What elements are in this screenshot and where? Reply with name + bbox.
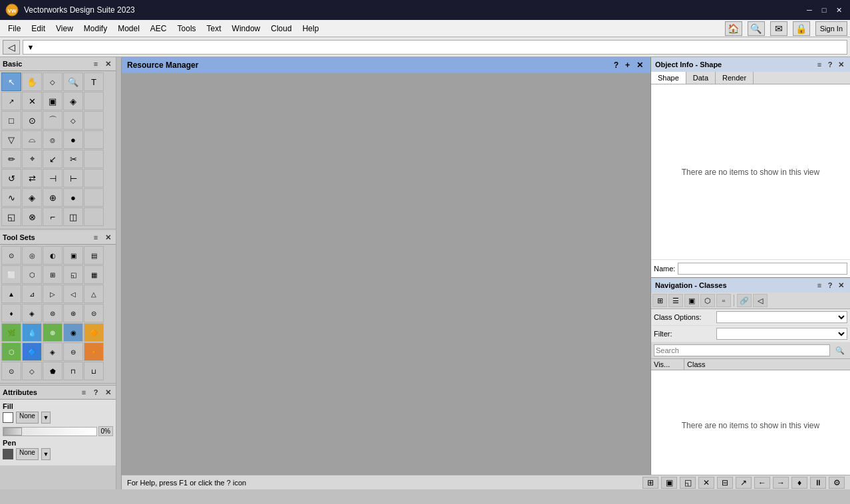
ts-cir[interactable]: ⊙ [1, 362, 21, 380]
tool-r8d[interactable]: ◫ [63, 207, 83, 226]
tool-r5c[interactable]: ↙ [43, 150, 63, 168]
ts-4[interactable]: ▣ [63, 246, 83, 265]
ts-12[interactable]: ⊿ [22, 285, 42, 303]
pen-none-value[interactable]: None [16, 448, 39, 460]
tool-r2[interactable]: ↗ [1, 92, 21, 110]
tool-select[interactable]: ◇ [43, 72, 63, 91]
nav-tool-box[interactable]: ▣ [684, 294, 699, 307]
ts-19[interactable]: ⊛ [63, 304, 83, 322]
tool-r4c[interactable]: ⌾ [43, 130, 63, 149]
ts-8[interactable]: ⊞ [43, 265, 63, 284]
ts-13[interactable]: ▷ [43, 285, 63, 303]
rm-close-icon[interactable]: ✕ [635, 61, 645, 70]
status-btn-9[interactable]: ♦ [791, 477, 807, 489]
sign-in-button[interactable]: Sign In [815, 21, 847, 36]
ts-20[interactable]: ⊝ [84, 304, 104, 322]
tool-text[interactable]: T [84, 72, 104, 91]
ts-3[interactable]: ◐ [43, 246, 63, 265]
ts-dia[interactable]: ◇ [22, 362, 42, 380]
status-btn-settings[interactable]: ⚙ [829, 477, 845, 489]
tool-r8e[interactable] [84, 207, 104, 226]
tool-r3e[interactable] [84, 111, 104, 130]
ts-7[interactable]: ⬡ [22, 265, 42, 284]
ts-add[interactable]: ⊕ [43, 323, 63, 342]
basic-close-icon[interactable]: ✕ [102, 59, 113, 69]
nav-back-icon[interactable]: ◁ [3, 40, 20, 55]
ts-9[interactable]: ◱ [63, 265, 83, 284]
tool-pointer[interactable]: ↖ [1, 72, 21, 91]
tool-r2c[interactable]: ▣ [43, 92, 63, 110]
tool-poly[interactable]: ◇ [63, 111, 83, 130]
obj-info-close-icon[interactable]: ✕ [835, 59, 846, 70]
tool-r8b[interactable]: ⊗ [22, 207, 42, 226]
pen-swatch[interactable] [3, 449, 13, 459]
basic-menu-icon[interactable]: ≡ [90, 59, 101, 69]
ts-14[interactable]: ◁ [63, 285, 83, 303]
status-btn-pause[interactable]: ⏸ [810, 477, 826, 489]
minimize-button[interactable]: ─ [803, 4, 815, 16]
tab-shape[interactable]: Shape [651, 72, 686, 84]
attrs-question-icon[interactable]: ? [90, 387, 101, 398]
ts-orange[interactable]: 🔶 [84, 323, 104, 342]
tool-r6d[interactable]: ⊢ [63, 169, 83, 188]
menu-cloud[interactable]: Cloud [265, 22, 297, 35]
tool-r8a[interactable]: ◱ [1, 207, 21, 226]
menu-file[interactable]: File [3, 22, 26, 35]
ts-blue[interactable]: 🔷 [22, 342, 42, 361]
menu-view[interactable]: View [51, 22, 78, 35]
obj-info-question-icon[interactable]: ? [825, 59, 835, 70]
tool-r5a[interactable]: ✏ [1, 150, 21, 168]
status-btn-3[interactable]: ◱ [680, 477, 696, 489]
ts-18[interactable]: ⊜ [43, 304, 63, 322]
menu-text[interactable]: Text [202, 22, 227, 35]
tab-data[interactable]: Data [686, 72, 716, 84]
menu-window[interactable]: Window [227, 22, 266, 35]
ts-11[interactable]: ▲ [1, 285, 21, 303]
ts-17[interactable]: ◈ [22, 304, 42, 322]
filter-select[interactable] [716, 328, 847, 340]
menu-modify[interactable]: Modify [78, 22, 112, 35]
menu-edit[interactable]: Edit [26, 22, 51, 35]
tool-r5e[interactable] [84, 150, 104, 168]
ts-plant[interactable]: 🌿 [1, 323, 21, 342]
pen-dropdown-icon[interactable]: ▼ [41, 448, 51, 460]
search-icon[interactable]: 🔍 [833, 344, 847, 357]
ts-fill[interactable]: ◉ [63, 323, 83, 342]
tool-r8c[interactable]: ⌐ [43, 207, 63, 226]
tool-zoom[interactable]: 🔍 [63, 72, 83, 91]
search-input[interactable] [654, 344, 830, 356]
ts-5[interactable]: ▤ [84, 246, 104, 265]
tool-r7c[interactable]: ⊕ [43, 188, 63, 207]
tool-r6b[interactable]: ⇄ [22, 169, 42, 188]
ts-sel[interactable]: ◈ [43, 342, 63, 361]
tool-r5b[interactable]: ⌖ [22, 150, 42, 168]
nav-tool-grid[interactable]: ⊞ [652, 294, 667, 307]
tool-sets-menu-icon[interactable]: ≡ [90, 232, 101, 243]
menu-aec[interactable]: AEC [145, 22, 172, 35]
status-btn-6[interactable]: ↗ [736, 477, 752, 489]
tool-r4a[interactable]: ▽ [1, 130, 21, 149]
lock-icon[interactable]: 🔒 [793, 21, 810, 36]
status-btn-1[interactable]: ⊞ [642, 477, 658, 489]
tool-r2e[interactable] [84, 92, 104, 110]
nav-tool-edit[interactable]: ⬡ [700, 294, 715, 307]
close-button[interactable]: ✕ [833, 4, 845, 16]
rm-expand-icon[interactable]: + [623, 61, 632, 70]
nav-tool-layers[interactable]: ☰ [668, 294, 683, 307]
search-top-icon[interactable]: 🔍 [748, 21, 765, 36]
ts-sq[interactable]: ⊓ [63, 362, 83, 380]
path-dropdown-icon[interactable]: ▼ [26, 43, 35, 51]
tool-r6a[interactable]: ↺ [1, 169, 21, 188]
tool-r7d[interactable]: ● [63, 188, 83, 207]
tool-r2b[interactable]: ✕ [22, 92, 42, 110]
tool-arc[interactable]: ⌒ [43, 111, 63, 130]
ts-minus[interactable]: ⊖ [63, 342, 83, 361]
tool-rect[interactable]: □ [1, 111, 21, 130]
maximize-button[interactable]: □ [818, 4, 830, 16]
path-bar[interactable]: ▼ [23, 40, 847, 55]
status-btn-7[interactable]: ← [754, 477, 770, 489]
tool-r7b[interactable]: ◈ [22, 188, 42, 207]
menu-help[interactable]: Help [297, 22, 325, 35]
ts-water[interactable]: 💧 [22, 323, 42, 342]
ts-small-o[interactable]: 🔸 [84, 342, 104, 361]
